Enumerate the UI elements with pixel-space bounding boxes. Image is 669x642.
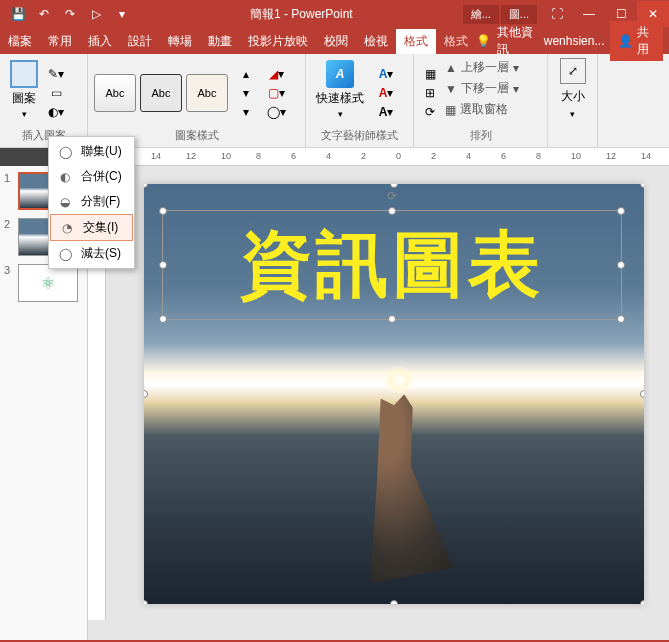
sun-glow xyxy=(384,365,414,395)
bring-forward-button[interactable]: ▲上移一層 ▾ xyxy=(444,58,520,77)
merge-subtract[interactable]: ◯減去(S) xyxy=(49,241,134,266)
group-arrange: 排列 xyxy=(420,128,541,143)
tab-file[interactable]: 檔案 xyxy=(0,29,40,54)
tab-format-drawing[interactable]: 格式 xyxy=(396,29,436,54)
shape-icon xyxy=(10,60,38,88)
insert-shape-button[interactable]: 圖案 ▾ xyxy=(6,58,42,128)
thumb-number: 3 xyxy=(4,264,14,276)
slideshow-icon[interactable]: ▷ xyxy=(86,4,106,24)
tab-design[interactable]: 設計 xyxy=(120,29,160,54)
person-icon: 👤 xyxy=(618,34,633,48)
send-backward-button[interactable]: ▼下移一層 ▾ xyxy=(444,79,520,98)
slide[interactable]: ⟳ 資訊圖表 xyxy=(144,184,644,604)
horizontal-ruler: 16141210864202468101214 xyxy=(106,148,669,166)
text-outline-icon[interactable]: A▾ xyxy=(376,85,396,101)
tab-transitions[interactable]: 轉場 xyxy=(160,29,200,54)
tab-slideshow[interactable]: 投影片放映 xyxy=(240,29,316,54)
redo-icon[interactable]: ↷ xyxy=(60,4,80,24)
size-icon[interactable]: ⤢ xyxy=(560,58,586,84)
rotate-icon[interactable]: ⟳ xyxy=(420,104,440,120)
merge-shapes-menu: ◯聯集(U) ◐合併(C) ◒分割(F) ◔交集(I) ◯減去(S) xyxy=(48,136,135,269)
merge-combine[interactable]: ◐合併(C) xyxy=(49,164,134,189)
hand-silhouette xyxy=(339,385,488,583)
tell-me-button[interactable]: 其他資訊 xyxy=(497,24,538,58)
merge-union[interactable]: ◯聯集(U) xyxy=(49,139,134,164)
quick-styles-label: 快速樣式 xyxy=(316,90,364,107)
group-wordart-styles: 文字藝術師樣式 xyxy=(312,128,407,143)
union-icon: ◯ xyxy=(57,144,73,160)
text-fill-icon[interactable]: A▾ xyxy=(376,66,396,82)
title-text[interactable]: 資訊圖表 xyxy=(240,217,544,313)
wordart-icon: A xyxy=(326,60,354,88)
undo-icon[interactable]: ↶ xyxy=(34,4,54,24)
intersect-icon: ◔ xyxy=(59,220,75,236)
layer-up-icon: ▲ xyxy=(445,61,457,75)
save-icon[interactable]: 💾 xyxy=(8,4,28,24)
combine-icon: ◐ xyxy=(57,169,73,185)
gallery-more-icon[interactable]: ▾ xyxy=(236,104,256,120)
merge-fragment[interactable]: ◒分割(F) xyxy=(49,189,134,214)
size-label: 大小 xyxy=(561,88,585,105)
selection-pane-button[interactable]: ▦選取窗格 xyxy=(444,100,520,119)
gallery-up-icon[interactable]: ▴ xyxy=(236,66,256,82)
layer-down-icon: ▼ xyxy=(445,82,457,96)
selection-icon: ▦ xyxy=(445,103,456,117)
qat-more-icon[interactable]: ▾ xyxy=(112,4,132,24)
share-label: 共用 xyxy=(637,24,655,58)
ribbon: 圖案 ▾ ✎▾ ▭ ◐▾ 插入圖案 Abc Abc Abc ▴ ▾ ▾ xyxy=(0,54,669,148)
thumbnail-3[interactable]: 3 ⚛ xyxy=(4,264,83,302)
text-effects-icon[interactable]: A▾ xyxy=(376,104,396,120)
subtract-icon: ◯ xyxy=(57,246,73,262)
quick-styles-button[interactable]: A 快速樣式 ▾ xyxy=(312,58,368,128)
group-objects-icon[interactable]: ⊞ xyxy=(420,85,440,101)
fragment-icon: ◒ xyxy=(57,194,73,210)
tab-animations[interactable]: 動畫 xyxy=(200,29,240,54)
tab-view[interactable]: 檢視 xyxy=(356,29,396,54)
quick-access-toolbar: 💾 ↶ ↷ ▷ ▾ xyxy=(0,4,140,24)
title-textbox[interactable]: ⟳ 資訊圖表 xyxy=(162,210,622,320)
thumb-number: 1 xyxy=(4,172,14,184)
tab-insert[interactable]: 插入 xyxy=(80,29,120,54)
rotate-handle-icon[interactable]: ⟳ xyxy=(387,189,397,203)
shape-style-1[interactable]: Abc xyxy=(94,74,136,112)
shape-effects-icon[interactable]: ◯▾ xyxy=(266,104,286,120)
shape-outline-icon[interactable]: ▢▾ xyxy=(266,85,286,101)
tab-home[interactable]: 常用 xyxy=(40,29,80,54)
user-name[interactable]: wenhsien... xyxy=(544,34,605,48)
share-button[interactable]: 👤 共用 xyxy=(610,21,663,61)
gallery-down-icon[interactable]: ▾ xyxy=(236,85,256,101)
text-box-icon[interactable]: ▭ xyxy=(46,85,66,101)
shape-fill-icon[interactable]: ◢▾ xyxy=(266,66,286,82)
tab-review[interactable]: 校閱 xyxy=(316,29,356,54)
lightbulb-icon: 💡 xyxy=(476,34,491,48)
merge-intersect[interactable]: ◔交集(I) xyxy=(50,214,133,241)
merge-shapes-icon[interactable]: ◐▾ xyxy=(46,104,66,120)
insert-shape-label: 圖案 xyxy=(12,90,36,107)
thumb-number: 2 xyxy=(4,218,14,230)
thumb-preview: ⚛ xyxy=(18,264,78,302)
tab-format-picture[interactable]: 格式 xyxy=(436,29,476,54)
window-title: 簡報1 - PowerPoint xyxy=(140,6,463,23)
align-objects-icon[interactable]: ▦ xyxy=(420,66,440,82)
slide-canvas[interactable]: ⟳ 資訊圖表 xyxy=(106,166,669,640)
edit-shape-icon[interactable]: ✎▾ xyxy=(46,66,66,82)
shape-style-3[interactable]: Abc xyxy=(186,74,228,112)
ribbon-tabs: 檔案 常用 插入 設計 轉場 動畫 投影片放映 校閱 檢視 格式 格式 💡 其他… xyxy=(0,28,669,54)
shape-style-2[interactable]: Abc xyxy=(140,74,182,112)
